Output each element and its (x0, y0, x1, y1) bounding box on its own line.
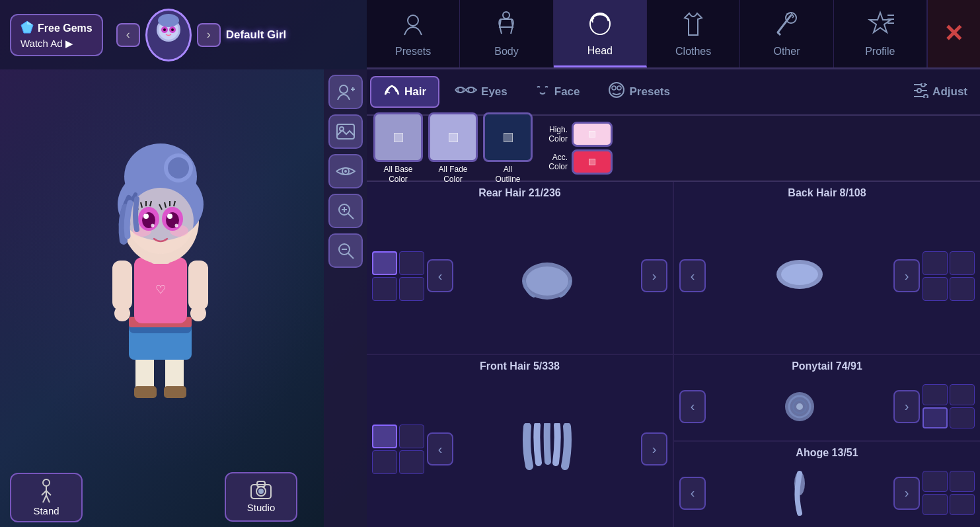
back-thumb-3[interactable] (923, 277, 948, 301)
svg-rect-42 (337, 124, 354, 139)
front-hair-preview (459, 423, 636, 475)
pt-thumb-active[interactable] (923, 407, 948, 428)
tab-other[interactable]: Other (740, 0, 833, 67)
rear-hair-content: ‹ › (367, 204, 673, 354)
watch-ad-label: Watch Ad ▶ (20, 38, 73, 50)
eye-preview-button[interactable] (328, 154, 363, 188)
ah-thumb-3[interactable] (923, 494, 948, 515)
ponytail-next[interactable]: › (893, 390, 920, 423)
adjust-button[interactable]: Adjust (903, 78, 977, 106)
back-thumb-4[interactable] (950, 277, 975, 301)
back-thumb-1[interactable] (923, 251, 948, 275)
high-color-swatch[interactable] (572, 122, 613, 147)
front-thumb-1[interactable] (399, 425, 424, 448)
svg-point-35 (143, 214, 149, 219)
studio-button[interactable]: Studio (225, 472, 297, 522)
thumb-2[interactable] (372, 277, 397, 301)
front-thumb-2[interactable] (372, 450, 397, 474)
subtab-hair[interactable]: Hair (370, 76, 439, 108)
stand-button[interactable]: Stand (10, 473, 83, 522)
zoom-out-button[interactable] (328, 233, 363, 268)
tab-presets[interactable]: Presets (367, 0, 460, 67)
image-button[interactable] (328, 114, 363, 149)
ponytail-title: Ponytail 74/91 (674, 355, 980, 378)
svg-point-27 (168, 157, 189, 179)
rear-hair-next[interactable]: › (641, 259, 667, 292)
fade-color-swatch[interactable] (428, 112, 478, 162)
base-color-swatch[interactable] (373, 112, 423, 162)
svg-line-52 (348, 253, 354, 259)
body-tab-icon (492, 10, 520, 43)
back-thumb-2[interactable] (950, 251, 975, 275)
clothes-tab-label: Clothes (675, 46, 711, 58)
body-tab-label: Body (494, 46, 518, 58)
next-character-button[interactable]: › (197, 23, 221, 47)
ahoge-thumbs (923, 471, 975, 515)
svg-line-58 (46, 495, 50, 503)
thumb-active[interactable] (372, 251, 397, 275)
add-user-button[interactable] (328, 75, 363, 109)
character-thumbnail[interactable] (145, 9, 192, 61)
thumb-3[interactable] (399, 277, 424, 301)
back-hair-prev[interactable]: ‹ (679, 259, 706, 292)
back-hair-next[interactable]: › (893, 259, 920, 292)
left-panel: Free Gems Watch Ad ▶ ‹ (0, 0, 367, 527)
diamond-icon (20, 20, 34, 36)
front-hair-next[interactable]: › (641, 432, 667, 466)
svg-point-74 (469, 87, 474, 93)
thumb-1[interactable] (399, 251, 424, 275)
subtab-presets[interactable]: Presets (595, 76, 682, 108)
svg-line-49 (348, 214, 354, 219)
ponytail-section: Ponytail 74/91 ‹ › (674, 355, 980, 440)
ahoge-prev[interactable]: ‹ (679, 477, 706, 510)
tab-body[interactable]: Body (460, 0, 553, 67)
tab-clothes[interactable]: Clothes (647, 0, 740, 67)
close-button[interactable]: ✕ (927, 0, 980, 67)
svg-line-67 (778, 32, 780, 35)
pt-thumb-2[interactable] (950, 384, 975, 405)
presets-tab-label: Presets (395, 46, 431, 58)
prev-character-button[interactable]: ‹ (116, 23, 140, 47)
ponytail-prev[interactable]: ‹ (679, 390, 706, 423)
front-hair-title: Front Hair 5/338 (367, 355, 673, 378)
svg-point-4 (158, 14, 179, 27)
rear-hair-section: Rear Hair 21/236 ‹ (367, 182, 673, 354)
head-tab-icon (586, 9, 614, 42)
ahoge-next[interactable]: › (893, 477, 920, 510)
svg-point-38 (175, 223, 178, 227)
acc-color-swatch[interactable] (572, 149, 613, 175)
profile-tab-icon (866, 10, 894, 43)
high-inner (589, 131, 595, 138)
svg-point-84 (781, 264, 818, 285)
right-panel: Presets Body Head (367, 0, 980, 527)
tab-head[interactable]: Head (554, 0, 647, 67)
svg-point-53 (43, 479, 50, 486)
ah-thumb-4[interactable] (950, 494, 975, 515)
pt-thumb-4[interactable] (950, 407, 975, 428)
profile-tab-label: Profile (865, 46, 895, 58)
subtab-face[interactable]: Face (523, 78, 592, 106)
ponytail-preview (711, 380, 888, 433)
svg-point-61 (258, 489, 264, 494)
ah-thumb-1[interactable] (923, 471, 948, 492)
tab-profile[interactable]: Profile (834, 0, 927, 67)
svg-point-89 (794, 471, 805, 495)
gems-button[interactable]: Free Gems Watch Ad ▶ (10, 14, 103, 56)
ponytail-thumbs (923, 384, 975, 428)
right-hair-sections: Ponytail 74/91 ‹ › (674, 355, 980, 527)
svg-point-20 (190, 305, 206, 321)
rear-hair-prev[interactable]: ‹ (427, 259, 453, 292)
svg-point-37 (151, 223, 155, 227)
eyes-subtab-icon (455, 83, 477, 101)
subtab-eyes[interactable]: Eyes (443, 78, 519, 106)
zoom-in-button[interactable] (328, 194, 363, 228)
pt-thumb-1[interactable] (923, 384, 948, 405)
front-thumb-3[interactable] (399, 450, 424, 474)
front-thumb-active[interactable] (372, 425, 397, 448)
svg-line-57 (43, 495, 46, 503)
outline-swatch[interactable] (483, 112, 533, 162)
ah-thumb-2[interactable] (950, 471, 975, 492)
all-fade-label: All FadeColor (438, 165, 467, 184)
front-hair-prev[interactable]: ‹ (427, 432, 453, 466)
swatch-inner-1 (394, 133, 403, 142)
